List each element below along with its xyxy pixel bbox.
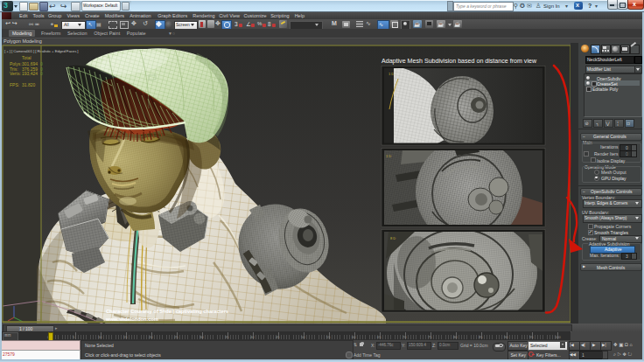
svg-text:Adaptive Mesh Subdivision base: Adaptive Mesh Subdivision based on dista…: [382, 58, 537, 65]
svg-text:www.slidelondon.com: www.slidelondon.com: [105, 317, 158, 322]
svg-text:Verts:: Verts:: [10, 71, 21, 76]
svg-text:8 D: 8 D: [390, 236, 396, 240]
svg-text:31.820: 31.820: [22, 82, 36, 87]
svg-text:193,424: 193,424: [22, 71, 38, 76]
svg-text:1 D: 1 D: [388, 72, 394, 76]
svg-text:Character Courtesy of Slide |: Character Courtesy of Slide | captivatin…: [106, 309, 228, 314]
svg-text:FPS:: FPS:: [10, 82, 19, 87]
svg-text:1 D: 1 D: [386, 154, 391, 158]
svg-text:Total: Total: [22, 55, 32, 60]
